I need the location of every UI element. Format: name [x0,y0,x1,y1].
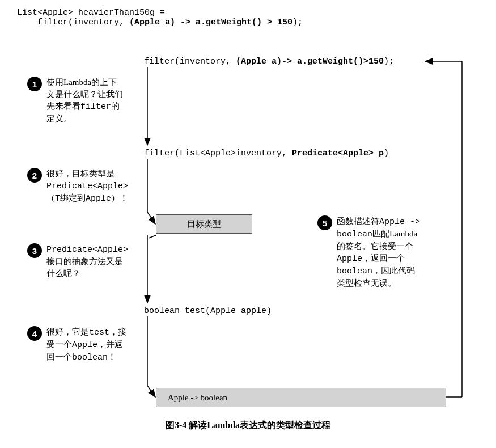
arrow-3top [149,235,156,238]
arrows-svg [0,0,496,448]
arrow-4b [147,386,155,397]
arrow-2b [147,212,155,224]
